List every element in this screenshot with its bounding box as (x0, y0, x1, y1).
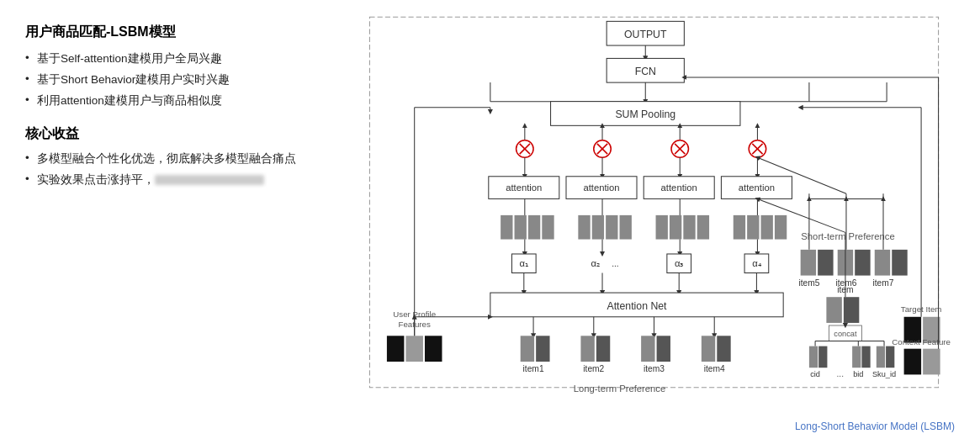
svg-rect-99 (405, 336, 422, 362)
benefit-2: 实验效果点击涨持平， (25, 172, 308, 188)
svg-rect-54 (656, 215, 668, 240)
svg-text:Context Feature: Context Feature (892, 337, 951, 346)
svg-rect-46 (528, 215, 540, 240)
svg-rect-134 (818, 346, 827, 368)
svg-rect-52 (620, 215, 632, 240)
svg-rect-62 (775, 215, 787, 240)
svg-rect-55 (670, 215, 681, 240)
svg-text:item5: item5 (798, 278, 819, 288)
svg-rect-50 (592, 215, 604, 240)
svg-rect-86 (536, 336, 549, 362)
svg-rect-100 (425, 336, 442, 362)
svg-rect-140 (877, 346, 885, 368)
svg-text:FCN: FCN (635, 66, 656, 77)
svg-text:Long-term Preference: Long-term Preference (574, 383, 665, 394)
svg-rect-133 (809, 346, 818, 368)
svg-rect-109 (801, 250, 816, 276)
svg-text:α₁: α₁ (520, 258, 529, 268)
svg-rect-113 (855, 250, 870, 276)
svg-rect-141 (886, 346, 894, 368)
svg-text:α₂: α₂ (591, 258, 601, 268)
svg-rect-45 (515, 215, 527, 240)
svg-rect-92 (657, 336, 670, 362)
svg-text:item2: item2 (583, 364, 604, 373)
svg-rect-57 (697, 215, 709, 240)
svg-rect-44 (501, 215, 512, 240)
svg-rect-110 (818, 250, 833, 276)
svg-text:...: ... (837, 369, 845, 378)
svg-rect-89 (596, 336, 610, 362)
svg-text:attention: attention (506, 182, 542, 193)
svg-rect-94 (702, 336, 715, 362)
svg-text:OUTPUT: OUTPUT (624, 29, 667, 40)
svg-rect-137 (852, 346, 861, 368)
svg-text:Sku_id: Sku_id (872, 370, 896, 378)
svg-text:Attention Net: Attention Net (607, 300, 668, 312)
bullet-1: 基于Self-attention建模用户全局兴趣 (25, 51, 308, 66)
svg-rect-61 (761, 215, 773, 240)
svg-rect-138 (861, 346, 870, 368)
svg-rect-51 (606, 215, 617, 240)
svg-rect-98 (387, 336, 404, 362)
svg-rect-49 (578, 215, 590, 240)
svg-text:α₃: α₃ (675, 258, 684, 268)
blurred-content (155, 175, 264, 185)
bullet-3: 利用attention建模用户与商品相似度 (25, 93, 308, 108)
svg-rect-127 (826, 297, 841, 323)
title-benefits: 核心收益 (25, 125, 308, 143)
lsbm-diagram: OUTPUT FCN SUM Po (336, 8, 972, 431)
svg-text:item7: item7 (872, 278, 893, 288)
svg-text:attention: attention (583, 182, 619, 193)
svg-rect-91 (641, 336, 654, 362)
title-lsbm: 用户商品匹配-LSBM模型 (25, 24, 308, 41)
svg-rect-115 (875, 250, 890, 276)
benefit-1: 多模型融合个性化优选，彻底解决多模型融合痛点 (25, 151, 308, 167)
svg-text:...: ... (612, 259, 619, 268)
svg-rect-154 (904, 349, 921, 375)
svg-rect-155 (923, 349, 940, 375)
bullets-benefits: 多模型融合个性化优选，彻底解决多模型融合痛点 实验效果点击涨持平， (25, 151, 308, 188)
svg-text:bid: bid (853, 370, 863, 378)
svg-text:item3: item3 (644, 364, 665, 373)
diagram-caption: Long-Short Behavior Model (LSBM) (795, 420, 955, 432)
svg-rect-116 (892, 250, 907, 276)
svg-rect-95 (717, 336, 730, 362)
svg-text:cid: cid (810, 370, 820, 378)
svg-text:item4: item4 (704, 364, 725, 373)
svg-text:concat: concat (834, 330, 857, 338)
svg-text:attention: attention (661, 182, 697, 193)
left-panel: 用户商品匹配-LSBM模型 基于Self-attention建模用户全局兴趣 基… (0, 0, 328, 439)
svg-rect-60 (747, 215, 759, 240)
svg-rect-85 (521, 336, 534, 362)
diagram-area: OUTPUT FCN SUM Po (336, 8, 972, 431)
svg-text:α₄: α₄ (752, 258, 762, 268)
main-container: 用户商品匹配-LSBM模型 基于Self-attention建模用户全局兴趣 基… (0, 0, 980, 439)
right-panel: OUTPUT FCN SUM Po (328, 0, 980, 439)
svg-text:attention: attention (739, 182, 775, 193)
svg-text:SUM Pooling: SUM Pooling (615, 108, 675, 120)
svg-rect-56 (683, 215, 695, 240)
svg-rect-128 (844, 297, 859, 323)
svg-rect-88 (580, 336, 594, 362)
svg-rect-59 (734, 215, 745, 240)
svg-text:Short-term  Preference: Short-term Preference (801, 231, 894, 241)
svg-rect-47 (542, 215, 554, 240)
bullets-lsbm: 基于Self-attention建模用户全局兴趣 基于Short Behavio… (25, 51, 308, 108)
svg-text:item1: item1 (523, 364, 544, 373)
bullet-2: 基于Short Behavior建模用户实时兴趣 (25, 72, 308, 87)
